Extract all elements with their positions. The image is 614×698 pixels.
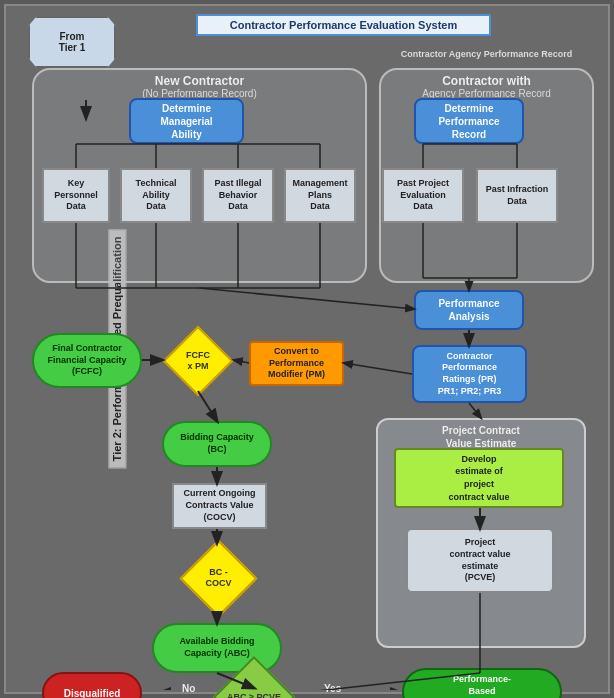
yes-label: Yes	[324, 683, 341, 694]
performance-prequalification-box: Performance- Based Prequalification	[402, 668, 562, 698]
bc-cocv-text: BC - COCV	[205, 567, 231, 589]
svg-line-23	[234, 360, 249, 363]
diagram-area: New Contractor (No Performance Record) C…	[24, 38, 602, 690]
key-personnel-box: Key Personnel Data	[42, 168, 110, 223]
svg-line-34	[469, 403, 481, 418]
bc-cocv-wrap: BC - COCV	[171, 543, 266, 613]
abc-pcve-text: ABC ≥ PCVE	[227, 692, 281, 698]
determine-performance-box: Determine Performance Record	[414, 98, 524, 144]
cocv-box: Current Ongoing Contracts Value (COCV)	[172, 483, 267, 529]
agency-record-label: Contractor Agency Performance Record	[379, 48, 594, 59]
technical-ability-box: Technical Ability Data	[120, 168, 192, 223]
convert-pm-box: Convert to Performance Modifier (PM)	[249, 341, 344, 386]
fcfc-pm-wrap: FCFC x PM	[162, 331, 234, 391]
determine-managerial-box: Determine Managerial Ability	[129, 98, 244, 144]
disqualified-box: Disqualified	[42, 672, 142, 698]
contractor-performance-ratings-box: Contractor Performance Ratings (PR) PR1;…	[412, 345, 527, 403]
bidding-capacity-box: Bidding Capacity (BC)	[162, 421, 272, 467]
agency-contractor-label: Contractor with	[381, 74, 592, 88]
no-label: No	[182, 683, 195, 694]
svg-line-22	[344, 363, 412, 374]
management-plans-box: Management Plans Data	[284, 168, 356, 223]
performance-analysis-box: Performance Analysis	[414, 290, 524, 330]
project-contract-label: Project Contract Value Estimate	[442, 425, 520, 449]
fcfc-box: Final Contractor Financial Capacity (FCF…	[32, 333, 142, 388]
system-title: Contractor Performance Evaluation System	[196, 14, 491, 36]
pcve-box: Project contract value estimate (PCVE)	[406, 528, 554, 593]
past-project-box: Past Project Evaluation Data	[382, 168, 464, 223]
past-illegal-box: Past Illegal Behavior Data	[202, 168, 274, 223]
svg-line-25	[198, 391, 217, 421]
abc-pcve-wrap: ABC ≥ PCVE	[209, 663, 299, 698]
fcfc-pm-text: FCFC x PM	[186, 350, 210, 372]
develop-estimate-box: Develop estimate of project contract val…	[394, 448, 564, 508]
svg-line-12	[199, 288, 414, 309]
outer-border: Tier 2: Performance Based Prequalificati…	[4, 4, 610, 694]
new-contractor-label: New Contractor	[34, 74, 365, 88]
past-infraction-box: Past Infraction Data	[476, 168, 558, 223]
